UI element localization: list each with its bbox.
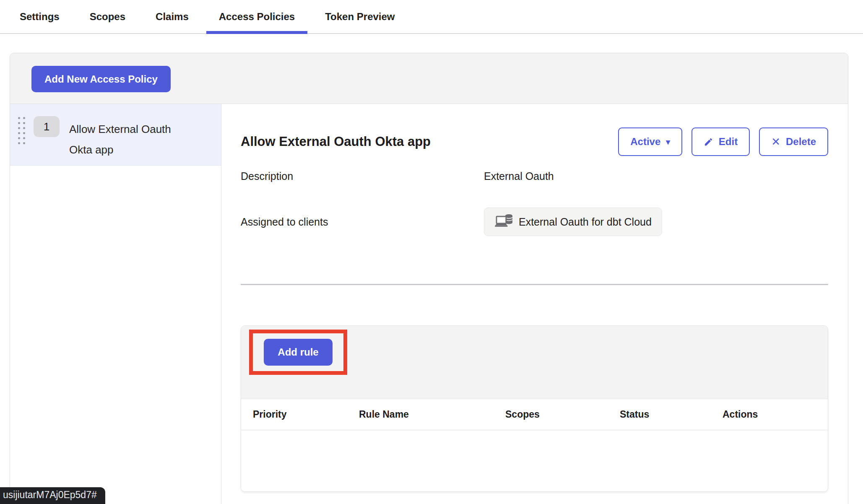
panel-toolbar: Add New Access Policy (10, 53, 848, 104)
annotation-highlight-box: Add rule (249, 330, 347, 375)
column-header-actions: Actions (723, 409, 828, 420)
column-header-scopes: Scopes (505, 409, 620, 420)
tab-settings[interactable]: Settings (7, 0, 72, 33)
policy-detail: Allow External Oauth Okta app Active ▾ E… (221, 104, 848, 504)
column-header-priority: Priority (253, 409, 359, 420)
policy-title: Allow External Oauth Okta app (241, 134, 431, 149)
status-dropdown-button[interactable]: Active ▾ (618, 127, 682, 156)
delete-button-label: Delete (786, 136, 816, 148)
column-header-rule-name: Rule Name (359, 409, 505, 420)
panel-body: 1 Allow External Oauth Okta app Allow Ex… (10, 104, 848, 504)
tab-access-policies[interactable]: Access Policies (206, 0, 307, 33)
close-icon: ✕ (771, 136, 780, 147)
link-preview-status-bar: usijiutarM7Aj0Ep5d7# (0, 487, 105, 504)
assigned-clients-row: Assigned to clients External Oauth for d… (241, 208, 828, 236)
column-header-status: Status (620, 409, 723, 420)
drag-handle-icon[interactable] (18, 117, 25, 144)
tab-claims[interactable]: Claims (143, 0, 201, 33)
assigned-clients-label: Assigned to clients (241, 216, 484, 228)
pencil-icon (704, 137, 713, 147)
chevron-down-icon: ▾ (666, 138, 670, 146)
rules-toolbar: Add rule (241, 326, 828, 399)
policy-order-badge: 1 (34, 116, 60, 137)
section-divider (241, 284, 828, 285)
rules-table-header: Priority Rule Name Scopes Status Actions (241, 399, 828, 430)
tab-token-preview[interactable]: Token Preview (312, 0, 407, 33)
tab-bar: Settings Scopes Claims Access Policies T… (0, 0, 863, 34)
client-chip[interactable]: External Oauth for dbt Cloud (484, 208, 662, 236)
status-dropdown-label: Active (630, 136, 660, 148)
description-label: Description (241, 170, 484, 182)
policy-list: 1 Allow External Oauth Okta app (10, 104, 221, 504)
policy-title-row: Allow External Oauth Okta app Active ▾ E… (241, 127, 828, 156)
edit-button[interactable]: Edit (691, 127, 750, 156)
edit-button-label: Edit (719, 136, 738, 148)
description-row: Description External Oauth (241, 170, 828, 182)
tab-scopes[interactable]: Scopes (77, 0, 138, 33)
add-rule-button[interactable]: Add rule (264, 339, 333, 366)
description-value: External Oauth (484, 170, 828, 182)
policy-list-item-label: Allow External Oauth Okta app (69, 119, 191, 160)
policy-action-buttons: Active ▾ Edit ✕ Delete (618, 127, 828, 156)
delete-button[interactable]: ✕ Delete (759, 127, 828, 156)
laptop-database-icon (494, 213, 514, 230)
rules-panel: Add rule Priority Rule Name Scopes Statu… (241, 325, 828, 492)
add-new-access-policy-button[interactable]: Add New Access Policy (31, 66, 171, 92)
client-chip-label: External Oauth for dbt Cloud (519, 216, 652, 228)
policy-list-item[interactable]: 1 Allow External Oauth Okta app (10, 104, 221, 166)
access-policies-panel: Add New Access Policy 1 Allow External O… (10, 53, 848, 504)
rules-table-body-empty (241, 430, 828, 491)
